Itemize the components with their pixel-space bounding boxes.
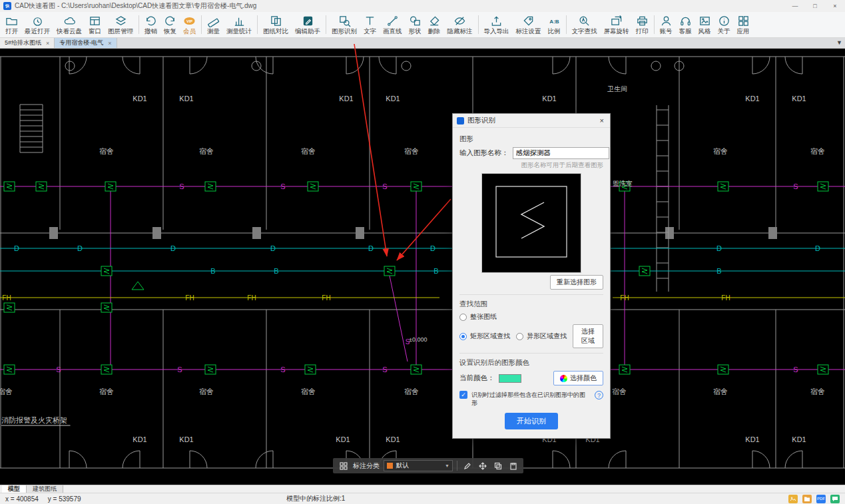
- toolbar-shape-recognition-button[interactable]: 图形识别: [328, 12, 360, 37]
- toolbar-account-button[interactable]: 账号: [657, 12, 676, 37]
- dialog-close-icon[interactable]: ×: [598, 117, 606, 125]
- titlebar: 快 CAD快速看图 - C:\Users\ruohan\Desktop\CAD快…: [0, 0, 845, 12]
- scale-icon: A:B: [548, 15, 561, 27]
- select-area-button[interactable]: 选择区域: [573, 324, 603, 348]
- svg-text:KD1: KD1: [133, 435, 146, 443]
- svg-text:±0.000: ±0.000: [409, 336, 427, 343]
- application-window: 快 CAD快速看图 - C:\Users\ruohan\Desktop\CAD快…: [0, 0, 845, 504]
- svg-text:FH: FH: [322, 294, 330, 302]
- reselect-shape-button[interactable]: 重新选择图形: [550, 275, 603, 290]
- document-tab[interactable]: 专用宿舍楼-电气×: [55, 38, 117, 48]
- pdf-icon[interactable]: PDF: [816, 495, 826, 503]
- toolbar-theme-button[interactable]: 风格: [695, 12, 714, 37]
- toolbar-edit-assistant-button[interactable]: 编辑助手: [292, 12, 324, 37]
- radio-checked-icon: [459, 333, 467, 340]
- shape-name-input[interactable]: [513, 147, 609, 159]
- toolbar-undo-button[interactable]: 撤销: [141, 12, 160, 37]
- toolbar-open-button[interactable]: 打开: [2, 12, 21, 37]
- annotation-paste-button[interactable]: [507, 460, 519, 471]
- toolbar-print-button[interactable]: 打印: [633, 12, 652, 37]
- toolbar-measure-button[interactable]: 测量: [204, 12, 223, 37]
- toolbar-import-export-button[interactable]: 导入导出: [481, 12, 513, 37]
- toolbar-recent-open-button[interactable]: 最近打开: [21, 12, 53, 37]
- annotation-copy-button[interactable]: [492, 460, 503, 471]
- toolbar-delete-button[interactable]: 删除: [425, 12, 444, 37]
- toolbar-hide-annotation-button[interactable]: 隐藏标注: [444, 12, 476, 37]
- image-icon[interactable]: [788, 495, 798, 503]
- tab-close-icon[interactable]: ×: [108, 40, 111, 47]
- edit-assistant-icon: [302, 15, 314, 27]
- chat-icon[interactable]: [830, 495, 840, 503]
- filter-checkbox[interactable]: ✓: [459, 391, 467, 399]
- chevron-down-icon: ▼: [445, 463, 449, 468]
- svg-text:FH: FH: [620, 294, 629, 302]
- start-recognition-button[interactable]: 开始识别: [505, 413, 558, 429]
- radio-rect-area[interactable]: 矩形区域查找: [459, 332, 510, 341]
- tab-close-icon[interactable]: ×: [46, 40, 49, 47]
- close-button[interactable]: ×: [825, 0, 845, 12]
- select-color-button[interactable]: 选择颜色: [553, 371, 603, 385]
- svg-text:消防报警及火灾桥架: 消防报警及火灾桥架: [1, 416, 67, 424]
- annotation-category-dropdown[interactable]: 默认 ▼: [384, 460, 453, 471]
- svg-text:FH: FH: [185, 294, 194, 302]
- cursor-coordinates: x = 400854 y = 539579: [5, 495, 81, 503]
- minimize-button[interactable]: —: [785, 0, 805, 12]
- toolbar-support-button[interactable]: 客服: [676, 12, 695, 37]
- radio-poly-area[interactable]: 异形区域查找: [516, 332, 567, 341]
- document-tab[interactable]: 5#给排水图纸×: [0, 38, 55, 48]
- toolbar-layer-manager-button[interactable]: 图层管理: [105, 12, 137, 37]
- svg-text:宿舍: 宿舍: [404, 147, 419, 155]
- toolbar-divider: [654, 15, 655, 34]
- toolbar-annotation-settings-button[interactable]: 标注设置: [513, 12, 545, 37]
- current-color-swatch: [499, 374, 521, 383]
- folder-icon[interactable]: [802, 495, 812, 503]
- svg-text:KD1: KD1: [745, 95, 759, 103]
- apps-icon: [737, 15, 750, 27]
- toolbar-redo-button[interactable]: 恢复: [160, 12, 180, 37]
- annotation-move-button[interactable]: [477, 460, 488, 471]
- svg-text:D: D: [368, 244, 374, 252]
- svg-text:KD1: KD1: [792, 435, 806, 443]
- filter-checkbox-label: 识别时过滤掉那些包含在已识别图形中的图形: [471, 391, 591, 407]
- toolbar-drawing-compare-button[interactable]: 图纸对比: [260, 12, 292, 37]
- svg-text:FH: FH: [721, 294, 730, 302]
- svg-text:FH: FH: [2, 294, 11, 302]
- svg-text:宿舍: 宿舍: [810, 387, 825, 395]
- color-section-label: 设置识别后的图形颜色: [459, 358, 603, 368]
- annotation-divider: [457, 461, 457, 471]
- toolbar-measure-stats-button[interactable]: 测量统计: [223, 12, 255, 37]
- toolbar-about-button[interactable]: 关于: [714, 12, 734, 37]
- toolbar-text-button[interactable]: 文字: [360, 12, 380, 37]
- svg-text:S: S: [280, 366, 285, 374]
- svg-text:A:B: A:B: [549, 19, 559, 25]
- toolbar-shapes-button[interactable]: 形状: [406, 12, 425, 37]
- collapse-toolbar-icon[interactable]: ▼: [836, 39, 842, 46]
- toolbar-rotate-screen-button[interactable]: 屏幕旋转: [601, 12, 633, 37]
- toolbar-window-button[interactable]: 窗口: [85, 12, 105, 37]
- toolbar-cloud-drive-button[interactable]: 快看云盘: [53, 12, 85, 37]
- sheet-tab[interactable]: 建筑图纸: [27, 485, 63, 493]
- dialog-app-icon: [457, 117, 464, 125]
- shape-recognition-dialog: 图形识别 × 图形 输入图形名称： 图形名称可用于后期查看图形 重新选择图形 查…: [452, 113, 611, 439]
- toolbar-draw-line-button[interactable]: 画直线: [380, 12, 406, 37]
- svg-text:S: S: [793, 182, 798, 190]
- svg-text:宿舍: 宿舍: [99, 387, 114, 395]
- svg-text:S: S: [382, 182, 387, 190]
- toolbar-vip-member-button[interactable]: VIP会员: [180, 12, 199, 37]
- annotation-edit-button[interactable]: [461, 460, 473, 471]
- dialog-titlebar[interactable]: 图形识别 ×: [453, 114, 610, 128]
- svg-text:宿舍: 宿舍: [99, 147, 114, 155]
- toolbar-apps-button[interactable]: 应用: [734, 12, 753, 37]
- help-icon[interactable]: ?: [595, 391, 603, 399]
- toolbar-scale-button[interactable]: A:B比例: [545, 12, 564, 37]
- category-color-swatch: [387, 463, 393, 469]
- annotation-toolbar: 标注分类 默认 ▼: [333, 458, 523, 473]
- drawing-canvas[interactable]: KD1KD1KD1KD1KD1KD1KD1KD1KD1KD1KD1KD1KD1K…: [0, 49, 845, 485]
- radio-whole-drawing[interactable]: 整张图纸: [459, 312, 603, 322]
- sheet-tab[interactable]: 模型: [2, 485, 27, 493]
- svg-text:D: D: [77, 244, 83, 252]
- shape-section-label: 图形: [459, 134, 603, 144]
- maximize-button[interactable]: □: [805, 0, 825, 12]
- toolbar-find-text-button[interactable]: 文字查找: [569, 12, 601, 37]
- shape-recognition-icon: [338, 15, 351, 27]
